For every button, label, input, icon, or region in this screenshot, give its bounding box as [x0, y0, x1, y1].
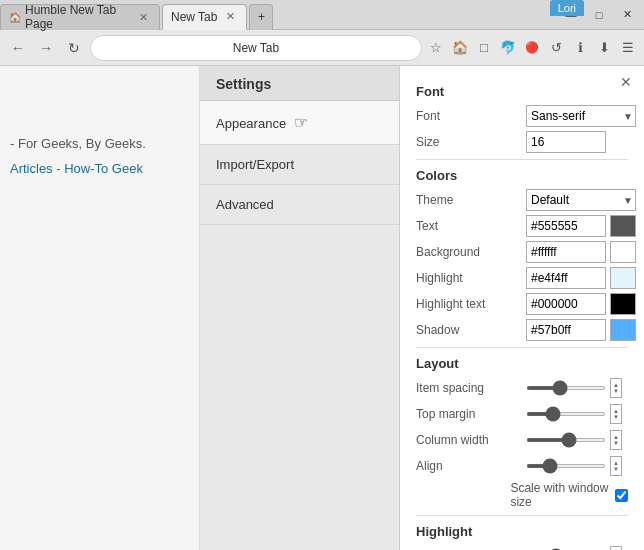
scale-label: Scale with window size	[510, 481, 609, 509]
highlight-text-control	[526, 293, 636, 315]
scale-row: Scale with window size	[416, 481, 628, 509]
top-margin-control: ▲▼	[526, 404, 628, 424]
tab-close-1[interactable]: ✕	[136, 10, 151, 25]
page-link[interactable]: Articles - How-To Geek	[10, 157, 189, 180]
close-button[interactable]: ✕	[614, 5, 640, 25]
nav-item-import-export[interactable]: Import/Export	[200, 145, 399, 185]
panel-close-button[interactable]: ✕	[616, 72, 636, 92]
browser-window: Lori 🏠 Humble New Tab Page ✕ New Tab ✕ +…	[0, 0, 644, 550]
highlight-section-title: Highlight	[416, 524, 628, 539]
theme-label: Theme	[416, 193, 526, 207]
url-input[interactable]	[90, 35, 422, 61]
theme-select-wrapper[interactable]: Default Dark Light ▼	[526, 189, 636, 211]
title-bar: Lori 🏠 Humble New Tab Page ✕ New Tab ✕ +…	[0, 0, 644, 30]
theme-select[interactable]: Default Dark Light	[526, 189, 636, 211]
shadow-color-control	[526, 319, 636, 341]
page-tagline: - For Geeks, By Geeks.	[10, 136, 189, 151]
menu-icon[interactable]: ☰	[618, 38, 638, 58]
top-margin-label: Top margin	[416, 407, 526, 421]
text-color-swatch[interactable]	[610, 215, 636, 237]
highlight-color-control	[526, 267, 636, 289]
size-label: Size	[416, 135, 526, 149]
align-slider[interactable]	[526, 464, 606, 468]
settings-panel: ✕ Font Font Sans-serif Serif Monospace ▼	[400, 66, 644, 550]
column-width-control: ▲▼	[526, 430, 628, 450]
theme-control: Default Dark Light ▼	[526, 189, 636, 211]
download-icon[interactable]: ⬇	[594, 38, 614, 58]
forward-button[interactable]: →	[34, 36, 58, 60]
colors-section-title: Colors	[416, 168, 628, 183]
align-label: Align	[416, 459, 526, 473]
align-scroll[interactable]: ▲▼	[610, 456, 622, 476]
tab-group: 🏠 Humble New Tab Page ✕ New Tab ✕ +	[0, 0, 275, 30]
maximize-button[interactable]: □	[586, 5, 612, 25]
column-width-slider[interactable]	[526, 438, 606, 442]
back-button[interactable]: ←	[6, 36, 30, 60]
shadow-size-scroll[interactable]: ▲▼	[610, 546, 622, 550]
highlight-text-swatch[interactable]	[610, 293, 636, 315]
nav-item-appearance[interactable]: Appearance ☞	[200, 101, 399, 145]
cursor-pointer: ☞	[294, 114, 308, 131]
main-layout: - For Geeks, By Geeks. Articles - How-To…	[0, 66, 644, 550]
pocket-icon[interactable]: □	[474, 38, 494, 58]
layout-section-title: Layout	[416, 356, 628, 371]
item-spacing-slider[interactable]	[526, 386, 606, 390]
tab-favicon-1: 🏠	[9, 10, 21, 24]
htg-icon[interactable]: 🏠	[450, 38, 470, 58]
size-control	[526, 131, 628, 153]
highlight-color-swatch[interactable]	[610, 267, 636, 289]
bg-color-control	[526, 241, 636, 263]
nav-label-appearance: Appearance	[216, 116, 286, 131]
bg-color-input[interactable]	[526, 241, 606, 263]
address-bar: ← → ↻ ☆ 🏠 □ 🐬 🔴 ↺ ℹ ⬇ ☰	[0, 30, 644, 66]
top-margin-slider[interactable]	[526, 412, 606, 416]
column-width-row: Column width ▲▼	[416, 429, 628, 451]
info-icon[interactable]: ℹ	[570, 38, 590, 58]
item-spacing-scroll[interactable]: ▲▼	[610, 378, 622, 398]
browser-icon2[interactable]: ↺	[546, 38, 566, 58]
highlight-text-row: Highlight text	[416, 293, 628, 315]
scale-checkbox[interactable]	[615, 489, 628, 502]
highlight-text-label: Highlight text	[416, 297, 526, 311]
font-control: Sans-serif Serif Monospace ▼	[526, 105, 636, 127]
font-section-title: Font	[416, 84, 628, 99]
column-width-label: Column width	[416, 433, 526, 447]
shadow-color-input[interactable]	[526, 319, 606, 341]
user-badge: Lori	[550, 0, 584, 16]
settings-sidebar: Settings Appearance ☞ Import/Export Adva…	[200, 66, 400, 550]
nav-label-import-export: Import/Export	[216, 157, 294, 172]
tab-newtab[interactable]: New Tab ✕	[162, 4, 247, 30]
bg-color-swatch[interactable]	[610, 241, 636, 263]
size-input[interactable]	[526, 131, 606, 153]
shadow-size-row: Shadow size ▲▼	[416, 545, 628, 550]
dolphin-icon[interactable]: 🐬	[498, 38, 518, 58]
tab-label-1: Humble New Tab Page	[25, 3, 130, 31]
nav-item-advanced[interactable]: Advanced	[200, 185, 399, 225]
tab-humble[interactable]: 🏠 Humble New Tab Page ✕	[0, 4, 160, 30]
shadow-color-swatch[interactable]	[610, 319, 636, 341]
size-row: Size	[416, 131, 628, 153]
text-color-control	[526, 215, 636, 237]
title-bar-left: Lori 🏠 Humble New Tab Page ✕ New Tab ✕ +	[0, 0, 558, 30]
column-width-scroll[interactable]: ▲▼	[610, 430, 622, 450]
font-row: Font Sans-serif Serif Monospace ▼	[416, 105, 628, 127]
nav-label-advanced: Advanced	[216, 197, 274, 212]
bookmark-icon[interactable]: ☆	[426, 38, 446, 58]
font-select[interactable]: Sans-serif Serif Monospace	[526, 105, 636, 127]
top-margin-scroll[interactable]: ▲▼	[610, 404, 622, 424]
refresh-button[interactable]: ↻	[62, 36, 86, 60]
new-tab-button[interactable]: +	[249, 4, 273, 30]
bg-color-row: Background	[416, 241, 628, 263]
shadow-size-control: ▲▼	[526, 546, 628, 550]
font-select-wrapper[interactable]: Sans-serif Serif Monospace ▼	[526, 105, 636, 127]
highlight-text-input[interactable]	[526, 293, 606, 315]
text-color-input[interactable]	[526, 215, 606, 237]
bg-color-label: Background	[416, 245, 526, 259]
highlight-color-label: Highlight	[416, 271, 526, 285]
tab-close-2[interactable]: ✕	[223, 9, 238, 24]
text-color-label: Text	[416, 219, 526, 233]
theme-row: Theme Default Dark Light ▼	[416, 189, 628, 211]
highlight-color-input[interactable]	[526, 267, 606, 289]
browser-icon1[interactable]: 🔴	[522, 38, 542, 58]
align-control: ▲▼	[526, 456, 628, 476]
